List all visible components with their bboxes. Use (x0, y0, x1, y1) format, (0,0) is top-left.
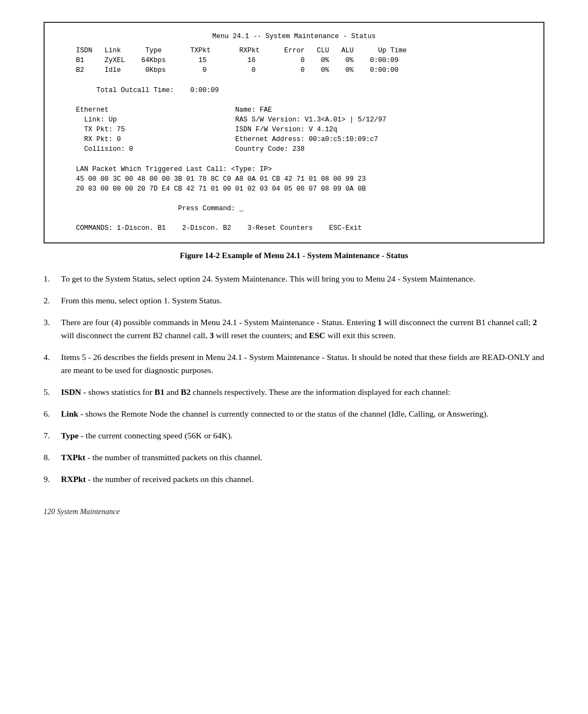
list-item-content: From this menu, select option 1. System … (61, 294, 544, 307)
list-item-number: 9. (44, 473, 61, 486)
figure-caption: Figure 14-2 Example of Menu 24.1 - Syste… (44, 251, 544, 260)
terminal-content: ISDN Link Type TXPkt RXPkt Error CLU ALU… (56, 46, 532, 233)
list-item-number: 2. (44, 294, 61, 307)
list-item-content: RXPkt - the number of received packets o… (61, 473, 544, 486)
terminal-box: Menu 24.1 -- System Maintenance - Status… (44, 22, 544, 243)
list-item-content: ISDN - shows statistics for B1 and B2 ch… (61, 386, 544, 399)
list-item-content: Type - the current connecting speed (56K… (61, 429, 544, 442)
list-item-number: 7. (44, 429, 61, 442)
numbered-list: 1.To get to the System Status, select op… (44, 272, 544, 486)
list-item-8: 8.TXPkt - the number of transmitted pack… (44, 451, 544, 464)
list-item-7: 7.Type - the current connecting speed (5… (44, 429, 544, 442)
list-item-number: 5. (44, 386, 61, 399)
list-item-content: There are four (4) possible commands in … (61, 316, 544, 342)
list-item-number: 1. (44, 272, 61, 285)
list-item-number: 3. (44, 316, 61, 342)
list-item-content: Link - shows the Remote Node the channel… (61, 407, 544, 420)
list-item-number: 4. (44, 351, 61, 377)
list-item-content: Items 5 - 26 describes the fields presen… (61, 351, 544, 377)
page-footer: 120 System Maintenance (44, 508, 544, 516)
list-item-number: 8. (44, 451, 61, 464)
list-item-6: 6.Link - shows the Remote Node the chann… (44, 407, 544, 420)
list-item-number: 6. (44, 407, 61, 420)
list-item-4: 4.Items 5 - 26 describes the fields pres… (44, 351, 544, 377)
list-item-content: To get to the System Status, select opti… (61, 272, 544, 285)
list-item-1: 1.To get to the System Status, select op… (44, 272, 544, 285)
list-item-2: 2.From this menu, select option 1. Syste… (44, 294, 544, 307)
terminal-title: Menu 24.1 -- System Maintenance - Status (56, 32, 532, 41)
list-item-3: 3.There are four (4) possible commands i… (44, 316, 544, 342)
list-item-9: 9.RXPkt - the number of received packets… (44, 473, 544, 486)
list-item-5: 5.ISDN - shows statistics for B1 and B2 … (44, 386, 544, 399)
list-item-content: TXPkt - the number of transmitted packet… (61, 451, 544, 464)
